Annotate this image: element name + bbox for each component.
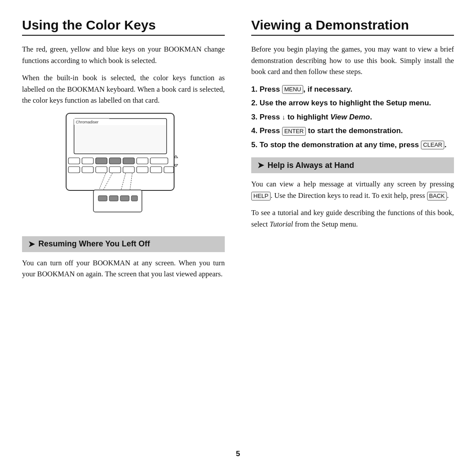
help-tip-title: Help is Always at Hand (268, 161, 354, 170)
svg-rect-17 (109, 167, 121, 173)
menu-key: MENU (282, 85, 303, 94)
svg-marker-13 (174, 164, 178, 167)
steps-list: 1. Press MENU, if necessary. 2. Use the … (251, 84, 454, 151)
svg-marker-12 (174, 156, 178, 158)
back-key: BACK (427, 192, 447, 201)
svg-rect-14 (68, 167, 80, 173)
step-2-num: 2. (251, 99, 260, 107)
right-title: Viewing a Demonstration (251, 18, 454, 32)
bookman-device: Chromadiser (62, 112, 185, 229)
svg-rect-10 (137, 158, 148, 164)
step-4: 4. Press ENTER to start the demonstratio… (251, 125, 454, 137)
svg-rect-5 (68, 158, 80, 164)
svg-rect-29 (120, 196, 129, 201)
tutorial-italic: Tutorial (270, 220, 293, 228)
svg-text:Chromadiser: Chromadiser (76, 120, 99, 124)
enter-key: ENTER (282, 127, 306, 136)
svg-rect-7 (96, 158, 107, 164)
left-para2: When the built-in book is selected, the … (22, 72, 225, 106)
resuming-tip-title: Resuming Where You Left Off (38, 239, 150, 249)
help-body-1: You can view a help message at virtually… (251, 178, 454, 201)
right-intro: Before you begin playing the games, you … (251, 44, 454, 78)
step-2: 2. Use the arrow keys to highlight the S… (251, 97, 454, 109)
resuming-tip-box: ➤ Resuming Where You Left Off (22, 236, 225, 252)
right-column: Viewing a Demonstration Before you begin… (238, 18, 454, 446)
svg-rect-28 (109, 196, 118, 201)
help-tip-box: ➤ Help is Always at Hand (251, 157, 454, 173)
svg-rect-30 (131, 196, 138, 201)
step-1: 1. Press MENU, if necessary. (251, 84, 454, 95)
step-5-num: 5. (251, 141, 260, 149)
svg-rect-8 (109, 158, 121, 164)
help-body-2: To see a tutorial and key guide describi… (251, 207, 454, 230)
page-number: 5 (22, 450, 454, 458)
step-3-num: 3. (251, 113, 260, 121)
svg-rect-20 (150, 167, 162, 173)
left-para1: The red, green, yellow and blue keys on … (22, 44, 225, 66)
svg-rect-15 (82, 167, 93, 173)
svg-rect-6 (82, 158, 93, 164)
right-divider (251, 35, 454, 36)
clear-key: CLEAR (421, 141, 444, 149)
view-demo-italic: View Demo (330, 113, 370, 121)
device-svg: Chromadiser (62, 112, 185, 227)
page: Using the Color Keys The red, green, yel… (0, 0, 476, 476)
resuming-tip-body: You can turn off your BOOKMAN at any scr… (22, 257, 225, 280)
svg-rect-11 (150, 158, 168, 164)
svg-rect-9 (123, 158, 134, 164)
device-illustration: Chromadiser (22, 112, 225, 229)
svg-rect-27 (98, 196, 107, 201)
resuming-tip-arrow: ➤ (28, 239, 35, 249)
step-1-num: 1. (251, 85, 260, 93)
arrow-down-icon: ↓ (282, 113, 286, 121)
left-title: Using the Color Keys (22, 18, 225, 32)
svg-rect-19 (137, 167, 148, 173)
help-tip-arrow: ➤ (257, 160, 264, 170)
step-4-num: 4. (251, 126, 260, 135)
svg-rect-18 (123, 167, 134, 173)
left-divider (22, 35, 225, 36)
step-3: 3. Press ↓ to highlight View Demo. (251, 112, 454, 123)
svg-rect-21 (164, 167, 174, 173)
help-key: HELP (251, 192, 271, 201)
step-5: 5. To stop the demonstration at any time… (251, 139, 454, 151)
svg-rect-4 (75, 125, 166, 153)
svg-rect-16 (96, 167, 107, 173)
left-column: Using the Color Keys The red, green, yel… (22, 18, 238, 446)
